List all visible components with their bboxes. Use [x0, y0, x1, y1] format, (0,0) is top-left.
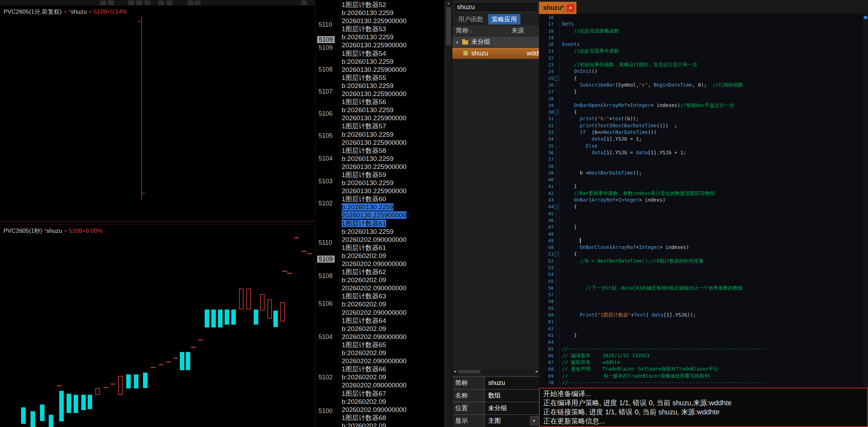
toolbar-icon[interactable]: [128, 1, 134, 5]
line-number[interactable]: 65: [539, 346, 559, 352]
toolbar-icon[interactable]: [108, 1, 114, 5]
log-line[interactable]: 20260130.225900000: [340, 66, 444, 74]
log-line[interactable]: b:20260202.09: [340, 398, 444, 406]
fold-marker-icon[interactable]: −: [554, 252, 559, 256]
line-number[interactable]: 49: [539, 237, 559, 244]
log-line[interactable]: 20260202.090000000: [340, 284, 444, 292]
log-line[interactable]: 20260130.225900000: [340, 163, 444, 171]
log-line[interactable]: b:20260202.09: [340, 276, 444, 284]
log-line[interactable]: 1图层计数器56: [340, 98, 444, 106]
log-line[interactable]: 20260130.225900000: [340, 138, 444, 147]
line-number[interactable]: 70: [539, 379, 559, 386]
log-line[interactable]: b:20260202.09: [340, 422, 444, 427]
code-area[interactable]: 1617Defs18 //此处添加策略函数1920Events21 //此处实现…: [539, 14, 868, 388]
scroll-right-icon[interactable]: ▶: [536, 370, 538, 373]
log-line[interactable]: 1图层计数器61: [340, 244, 444, 252]
line-number[interactable]: 16: [539, 14, 559, 21]
scroll-left-icon[interactable]: ◀: [453, 370, 456, 373]
line-number[interactable]: 66: [539, 352, 559, 359]
scroll-up-icon[interactable]: ▲: [445, 1, 452, 5]
property-value[interactable]: 数组: [485, 389, 539, 402]
column-header-name[interactable]: 简称↓: [456, 26, 472, 35]
chart-canvas[interactable]: [0, 6, 315, 221]
toolbar-icon[interactable]: [100, 1, 106, 5]
log-line[interactable]: b:20260130.2259: [340, 106, 444, 114]
log-line[interactable]: 20260130.225900000: [340, 114, 444, 122]
log-line[interactable]: 20260202.090000000: [340, 357, 444, 365]
log-line[interactable]: 20260202.090000000: [340, 309, 444, 317]
scrollbar-handle[interactable]: [446, 7, 451, 46]
log-line[interactable]: b:20260202.09: [340, 300, 444, 308]
line-number[interactable]: 64: [539, 339, 559, 345]
log-line[interactable]: 1图层计数器53: [340, 25, 444, 33]
log-line[interactable]: 1图层计数器66: [340, 365, 444, 373]
line-number[interactable]: 21: [539, 48, 559, 54]
log-line[interactable]: 20260130.225900000: [340, 90, 444, 98]
toolbar-icon[interactable]: [195, 1, 200, 5]
line-number[interactable]: 24: [539, 68, 559, 75]
line-number[interactable]: 68: [539, 366, 559, 372]
close-icon[interactable]: ×: [567, 4, 574, 12]
log-scrollbar[interactable]: ▲: [444, 0, 452, 427]
line-number[interactable]: 18: [539, 28, 559, 34]
line-number[interactable]: 29: [539, 102, 559, 109]
toolbar-icon[interactable]: [145, 1, 150, 5]
log-line[interactable]: 20260202.090000000: [340, 333, 444, 341]
log-line[interactable]: 1图层计数器62: [340, 268, 444, 276]
log-line[interactable]: b:20260130.2259: [340, 179, 444, 187]
output-log-panel[interactable]: 1图层计数器52b:20260130.225920260130.22590000…: [340, 0, 444, 427]
log-line[interactable]: b:20260202.09: [340, 252, 444, 260]
toolbar-icon[interactable]: [167, 1, 172, 5]
log-line[interactable]: 20260202.090000000: [340, 381, 444, 389]
editor-tab-shuzu[interactable]: shuzu* ×: [539, 2, 576, 14]
log-line[interactable]: 1图层计数器64: [340, 317, 444, 325]
line-number[interactable]: 43: [539, 197, 559, 203]
toolbar-icon[interactable]: [136, 1, 142, 5]
chart-panel-1sec[interactable]: PVC2605(1秒) *shuzu × 5109+0.00%: [0, 224, 315, 427]
price-axis[interactable]: 5110510951095108510751065105510451035102…: [316, 0, 340, 427]
line-number[interactable]: 19: [539, 34, 559, 41]
log-line[interactable]: 20260130.225900000: [340, 41, 444, 49]
strategy-search-input[interactable]: [454, 2, 538, 12]
line-number[interactable]: 28: [539, 95, 559, 102]
log-line[interactable]: b:20260130.2259: [340, 57, 444, 66]
fold-marker-icon[interactable]: −: [554, 110, 559, 114]
line-number[interactable]: 22: [539, 55, 559, 61]
strategy-item-shuzu[interactable]: shuzu wddhte: [452, 48, 539, 59]
log-line[interactable]: 1图层计数器57: [340, 122, 444, 130]
log-line[interactable]: 20260130.225900000: [340, 17, 444, 25]
fold-marker-icon[interactable]: −: [554, 76, 559, 81]
line-number[interactable]: 48: [539, 231, 559, 237]
column-header-source[interactable]: 来源: [511, 26, 524, 35]
log-line[interactable]: 20260202.090000000: [340, 236, 444, 244]
dropdown-icon[interactable]: ▼: [530, 416, 538, 426]
log-line[interactable]: 1图层计数器55: [340, 74, 444, 82]
log-line[interactable]: 1图层计数器59: [340, 171, 444, 179]
log-line[interactable]: 1图层计数器58: [340, 147, 444, 155]
group-row-ungrouped[interactable]: ▲ 未分组: [452, 36, 539, 47]
line-number[interactable]: 50: [539, 244, 559, 251]
log-line[interactable]: b:20260130.2259: [340, 33, 444, 41]
property-value[interactable]: 未分组: [485, 402, 539, 414]
chart-panel-1min[interactable]: PVC2605(1分,前复权) × *shuzu × 5109+0.14%: [0, 6, 315, 222]
log-line[interactable]: b:20260130.2259: [340, 203, 444, 211]
line-number[interactable]: 67: [539, 359, 559, 366]
log-line[interactable]: b:20260130.2259: [340, 155, 444, 163]
line-number[interactable]: 69: [539, 373, 559, 379]
log-line[interactable]: 1图层计数器61: [340, 219, 444, 228]
toolbar-icon[interactable]: [188, 1, 193, 5]
log-line[interactable]: 1图层计数器65: [340, 341, 444, 349]
log-line[interactable]: 1图层计数器67: [340, 389, 444, 398]
log-line[interactable]: 20260130.225900000: [340, 211, 444, 219]
log-line[interactable]: 20260202.090000000: [340, 406, 444, 414]
line-number[interactable]: 20: [539, 41, 559, 48]
toolbar-icon[interactable]: [301, 1, 307, 5]
tab-strategy-apps[interactable]: 策略应用: [488, 14, 520, 25]
log-line[interactable]: b:20260202.09: [340, 349, 444, 357]
chart-canvas[interactable]: [0, 225, 315, 427]
horizontal-scrollbar[interactable]: ◀ ▶: [452, 369, 539, 374]
log-line[interactable]: b:20260130.2259: [340, 228, 444, 236]
log-line[interactable]: b:20260130.2259: [340, 130, 444, 138]
log-line[interactable]: b:20260130.2259: [340, 82, 444, 90]
log-line[interactable]: 20260130.225900000: [340, 187, 444, 195]
